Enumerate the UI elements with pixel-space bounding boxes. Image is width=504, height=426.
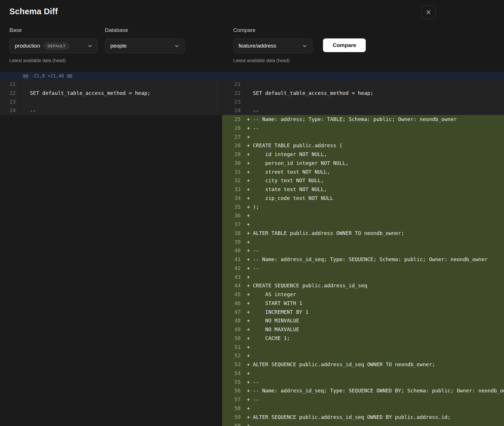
- line-number: 30: [222, 159, 244, 168]
- line-number: 47: [222, 308, 244, 317]
- diff-line-base-21: 21: [0, 80, 222, 89]
- diff-marker: +: [244, 229, 252, 238]
- line-number: 44: [222, 281, 244, 290]
- code-text: [252, 421, 253, 426]
- code-text: [252, 98, 253, 106]
- diff-line-compare-46: 46+ START WITH 1: [222, 299, 504, 308]
- line-number: 59: [222, 413, 244, 422]
- code-text: SET default_table_access_method = heap;: [252, 89, 373, 98]
- line-number: 48: [222, 316, 244, 325]
- base-branch-select[interactable]: production DEFAULT: [9, 38, 98, 53]
- line-number: 50: [222, 334, 244, 343]
- diff-scroll-area[interactable]: 2122SET default_table_access_method = he…: [0, 80, 504, 426]
- code-text: [29, 80, 30, 89]
- line-number: 23: [0, 98, 19, 106]
- close-icon: [426, 9, 431, 15]
- diff-line-compare-24: 24--: [222, 106, 504, 115]
- diff-marker: +: [244, 176, 252, 185]
- line-number: 54: [222, 369, 244, 378]
- chevron-down-icon: [88, 44, 92, 48]
- diff-line-compare-52: 52+: [222, 351, 504, 360]
- code-text: [252, 343, 253, 352]
- line-number: 34: [222, 194, 244, 203]
- diff-line-compare-41: 41+-- Name: address_id_seq; Type: SEQUEN…: [222, 255, 504, 264]
- diff-line-base-22: 22SET default_table_access_method = heap…: [0, 89, 222, 98]
- compare-branch-select[interactable]: feature/address: [233, 38, 312, 53]
- diff-line-compare-34: 34+ zip_code text NOT NULL: [222, 194, 504, 203]
- diff-marker: +: [244, 203, 252, 212]
- diff-line-compare-51: 51+: [222, 343, 504, 352]
- diff-line-compare-25: 25+-- Name: address; Type: TABLE; Schema…: [222, 115, 504, 124]
- diff-marker: +: [244, 316, 252, 325]
- code-text: street text NOT NULL,: [252, 168, 330, 177]
- code-text: --: [252, 264, 259, 273]
- diff-marker: +: [244, 159, 252, 168]
- database-selected: people: [110, 43, 127, 49]
- line-number: 41: [222, 255, 244, 264]
- base-branch-selected: production DEFAULT: [15, 42, 69, 50]
- diff-line-compare-37: 37+: [222, 220, 504, 229]
- diff-marker: +: [244, 238, 252, 247]
- compare-branch-value: feature/address: [239, 43, 276, 49]
- diff-marker: +: [244, 150, 252, 159]
- diff-line-compare-35: 35+);: [222, 203, 504, 212]
- diff-line-compare-48: 48+ NO MINVALUE: [222, 316, 504, 325]
- compare-hint: Latest available data (head): [233, 58, 312, 63]
- diff-marker: [19, 98, 29, 106]
- line-number: 45: [222, 290, 244, 299]
- line-number: 24: [222, 106, 244, 115]
- database-label: Database: [105, 27, 185, 34]
- code-text: -- Name: address; Type: TABLE; Schema: p…: [252, 115, 457, 124]
- diff-line-compare-27: 27+: [222, 133, 504, 142]
- close-button[interactable]: [421, 5, 436, 19]
- code-text: [252, 369, 253, 378]
- diff-viewer: @@ -21,8 +21,46 @@ 2122SET default_table…: [0, 72, 504, 426]
- compare-button[interactable]: Compare: [323, 38, 366, 52]
- code-text: --: [252, 378, 259, 387]
- modal-header: Schema Diff: [0, 0, 504, 26]
- diff-line-compare-56: 56+-- Name: address_id_seq; Type: SEQUEN…: [222, 386, 504, 395]
- line-number: 58: [222, 404, 244, 413]
- diff-line-compare-29: 29+ id integer NOT NULL,: [222, 150, 504, 159]
- diff-marker: +: [244, 246, 252, 255]
- hunk-header: @@ -21,8 +21,46 @@: [0, 72, 504, 80]
- code-text: [29, 98, 30, 106]
- line-number: 26: [222, 124, 244, 133]
- line-number: 57: [222, 395, 244, 404]
- line-number: 43: [222, 273, 244, 282]
- diff-marker: +: [244, 185, 252, 194]
- line-number: 28: [222, 141, 244, 150]
- code-text: ALTER SEQUENCE public.address_id_seq OWN…: [252, 413, 451, 422]
- line-number: 39: [222, 238, 244, 247]
- line-number: 55: [222, 378, 244, 387]
- code-text: id integer NOT NULL,: [252, 150, 327, 159]
- diff-marker: +: [244, 404, 252, 413]
- code-text: --: [252, 246, 259, 255]
- diff-line-compare-39: 39+: [222, 238, 504, 247]
- diff-marker: +: [244, 360, 252, 369]
- diff-marker: [244, 80, 252, 89]
- code-text: -- Name: address_id_seq; Type: SEQUENCE …: [252, 386, 504, 395]
- diff-line-compare-59: 59+ALTER SEQUENCE public.address_id_seq …: [222, 413, 504, 422]
- diff-line-compare-38: 38+ALTER TABLE public.address OWNER TO n…: [222, 229, 504, 238]
- code-text: SET default_table_access_method = heap;: [29, 89, 151, 98]
- code-text: CREATE SEQUENCE public.address_id_seq: [252, 281, 367, 290]
- diff-line-compare-54: 54+: [222, 369, 504, 378]
- diff-pane-base: 2122SET default_table_access_method = he…: [0, 80, 222, 426]
- base-hint: Latest available data (head): [9, 58, 98, 63]
- diff-line-base-23: 23: [0, 98, 222, 106]
- diff-line-compare-47: 47+ INCREMENT BY 1: [222, 308, 504, 317]
- diff-marker: [19, 89, 29, 98]
- code-text: AS integer: [252, 290, 296, 299]
- diff-line-compare-44: 44+CREATE SEQUENCE public.address_id_seq: [222, 281, 504, 290]
- line-number: 56: [222, 386, 244, 395]
- diff-line-compare-36: 36+: [222, 211, 504, 220]
- database-select[interactable]: people: [105, 38, 185, 53]
- default-badge: DEFAULT: [44, 42, 69, 50]
- diff-line-compare-21: 21: [222, 80, 504, 89]
- database-control-group: Database people: [105, 27, 185, 53]
- diff-marker: +: [244, 194, 252, 203]
- diff-line-compare-55: 55+--: [222, 378, 504, 387]
- diff-marker: +: [244, 343, 252, 352]
- code-text: START WITH 1: [252, 299, 302, 308]
